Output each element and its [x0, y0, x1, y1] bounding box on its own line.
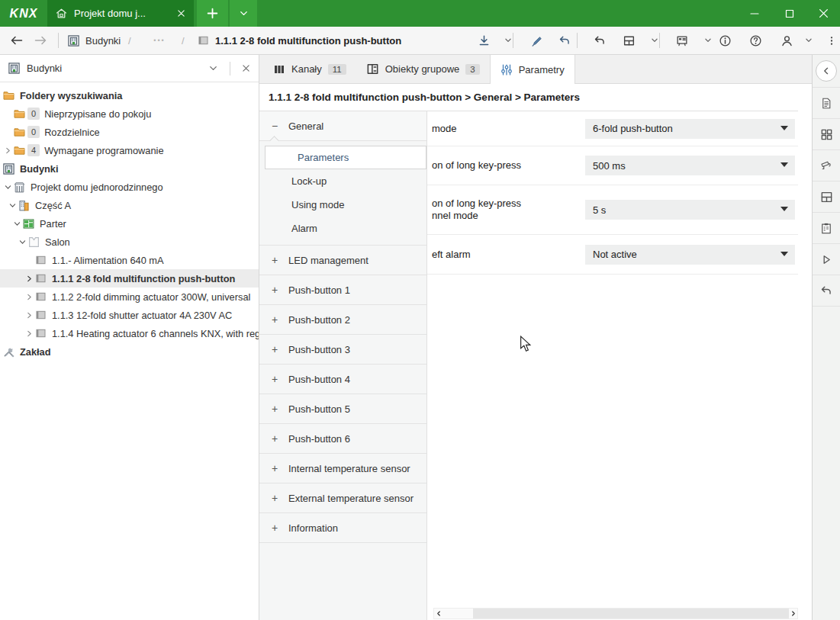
param-group-external-temperature-sensor[interactable]: +External temperature sensor [259, 483, 426, 513]
tree-item[interactable]: Zakład [0, 342, 259, 361]
back-button[interactable] [6, 27, 26, 54]
minimize-icon [750, 9, 759, 18]
project-tab[interactable]: Projekt domu j... [47, 0, 194, 27]
maximize-button[interactable] [772, 0, 807, 27]
tree-item[interactable]: 0Nieprzypisane do pokoju [0, 104, 259, 123]
tree-item[interactable]: 1.1.4 Heating actuator 6 channels KNX, w… [0, 324, 259, 342]
param-group-label: Internal temperature sensor [288, 463, 410, 474]
tree-item[interactable]: Foldery wyszukiwania [0, 86, 259, 104]
param-group-internal-temperature-sensor[interactable]: +Internal temperature sensor [259, 454, 426, 483]
param-page-parameters[interactable]: Parameters [265, 146, 426, 169]
close-icon [819, 8, 829, 18]
tab-count-badge: 11 [328, 64, 346, 75]
tab-parametry[interactable]: Parametry [490, 55, 575, 84]
parameter-panel: mode6-fold push-buttonon of long key-pre… [427, 111, 798, 608]
expander-down-icon[interactable] [12, 220, 22, 228]
collapse-panel-button[interactable] [816, 60, 837, 82]
undo-button[interactable] [813, 275, 840, 307]
dropdown-chevron[interactable] [644, 27, 665, 54]
param-group-information[interactable]: +Information [259, 513, 426, 543]
tree-item[interactable]: 4Wymagane programowanie [0, 141, 259, 159]
tree-item[interactable]: 1.1.- Alimentation 640 mA [0, 251, 259, 269]
info-button[interactable] [714, 27, 735, 54]
param-group-led-management[interactable]: +LED management [259, 246, 426, 275]
tab-obiekty-grupowe[interactable]: Obiekty grupowe3 [356, 55, 490, 83]
expander-down-icon[interactable] [8, 201, 18, 210]
new-tab-dropdown[interactable] [229, 0, 257, 27]
tree-item[interactable]: 0Rozdzielnice [0, 123, 259, 141]
new-tab-button[interactable] [197, 0, 228, 27]
breadcrumb-ellipsis[interactable]: ••• [146, 27, 172, 54]
scroll-right-arrow[interactable] [789, 609, 797, 618]
help-button[interactable] [745, 27, 766, 54]
close-panel-icon[interactable] [241, 63, 251, 73]
grid4-button[interactable] [813, 119, 840, 150]
chevron-down-icon [649, 35, 660, 46]
help-icon [749, 34, 762, 47]
expander-right-icon[interactable] [24, 275, 34, 283]
param-group-label: Push-button 1 [288, 284, 350, 296]
catalog-button[interactable] [671, 27, 693, 54]
param-group-push-button-1[interactable]: +Push-button 1 [259, 275, 426, 305]
expander-down-icon[interactable] [18, 238, 27, 246]
highlight-button[interactable] [526, 27, 548, 54]
breadcrumb-slash2: / [182, 27, 185, 54]
camera-button[interactable] [813, 150, 840, 182]
param-group-push-button-2[interactable]: +Push-button 2 [259, 305, 426, 335]
download-button[interactable] [473, 27, 494, 54]
tree-item[interactable]: Parter [0, 214, 259, 233]
expander-right-icon[interactable] [24, 329, 34, 338]
chevron-down-icon[interactable] [208, 63, 219, 74]
scrollbar-track[interactable] [443, 609, 789, 618]
param-page-alarm[interactable]: Alarm [259, 217, 426, 240]
param-group-push-button-4[interactable]: +Push-button 4 [259, 365, 426, 394]
expander-right-icon[interactable] [3, 146, 13, 155]
overflow-menu-button[interactable] [821, 27, 840, 54]
home-icon [55, 7, 68, 20]
param-group-push-button-5[interactable]: +Push-button 5 [259, 394, 426, 424]
tree-item[interactable]: Część A [0, 196, 259, 214]
param-group-push-button-6[interactable]: +Push-button 6 [259, 424, 426, 454]
minimize-button[interactable] [737, 0, 772, 27]
tree-item[interactable]: 1.1.3 12-fold shutter actuator 4A 230V A… [0, 306, 259, 324]
param-dropdown[interactable]: 5 s [585, 200, 795, 220]
workspace-button[interactable] [618, 27, 639, 54]
close-button[interactable] [807, 0, 840, 27]
dropdown-chevron[interactable] [497, 27, 519, 54]
expander-down-icon[interactable] [3, 183, 13, 191]
forward-button[interactable] [31, 27, 50, 54]
user-button[interactable] [776, 27, 797, 54]
param-dropdown[interactable]: Not active [585, 245, 795, 265]
breadcrumb-panel-button[interactable]: Budynki [67, 27, 121, 54]
play-button[interactable] [813, 244, 840, 275]
tree-item[interactable]: Projekt domu jednorodzinnego [0, 178, 259, 196]
scrollbar-thumb[interactable] [473, 609, 789, 618]
discard-button[interactable] [554, 27, 575, 54]
param-page-lock-up[interactable]: Lock-up [259, 169, 426, 193]
breadcrumb-device[interactable]: 1.1.1 2-8 fold multifunction push-button [197, 27, 401, 54]
expander-right-icon[interactable] [24, 311, 34, 320]
expand-plus-icon: + [270, 313, 279, 326]
param-dropdown[interactable]: 500 ms [585, 156, 795, 175]
tree-item[interactable]: Budynki [0, 159, 259, 178]
document-button[interactable] [813, 88, 840, 119]
param-group-push-button-3[interactable]: +Push-button 3 [259, 335, 426, 365]
arrow-right-icon [34, 34, 48, 47]
tree-item[interactable]: 1.1.2 2-fold dimming actuator 300W, univ… [0, 288, 259, 306]
undo-button[interactable] [589, 27, 610, 54]
scroll-left-arrow[interactable] [434, 609, 443, 618]
knx-logo: KNX [0, 0, 47, 27]
param-dropdown[interactable]: 6-fold push-button [585, 119, 795, 139]
tree-item[interactable]: Salon [0, 233, 259, 251]
tab-kanały[interactable]: Kanały11 [263, 55, 356, 83]
split-layout-button[interactable] [813, 182, 840, 213]
horizontal-scrollbar[interactable] [433, 608, 798, 619]
tree-item[interactable]: 1.1.1 2-8 fold multifunction push-button [0, 269, 259, 288]
close-tab-icon[interactable] [176, 8, 186, 18]
param-page-using-mode[interactable]: Using mode [259, 193, 426, 217]
expander-right-icon[interactable] [24, 293, 34, 301]
param-group-general[interactable]: −General [259, 111, 426, 141]
clipboard-button[interactable] [813, 213, 840, 244]
dropdown-chevron[interactable] [798, 27, 819, 54]
device-icon [34, 327, 47, 339]
